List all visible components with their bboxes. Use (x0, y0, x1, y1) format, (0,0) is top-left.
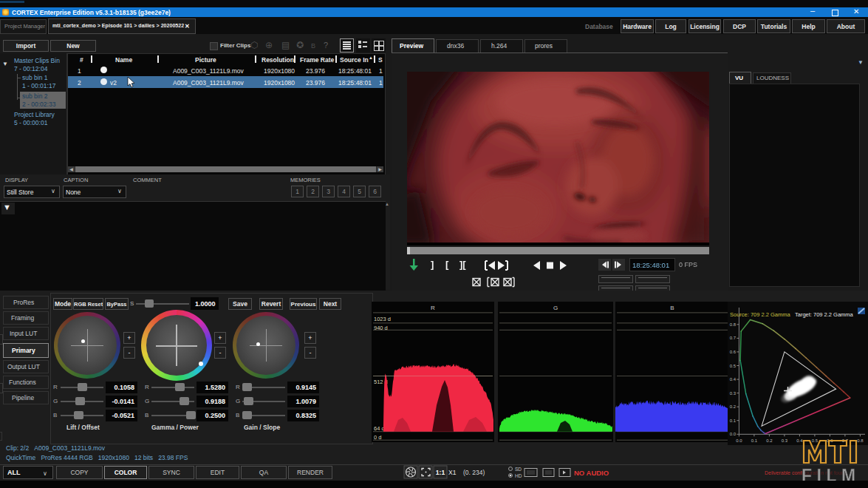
svg-text:0.0: 0.0 (730, 432, 737, 436)
svg-text:G: G (553, 305, 558, 311)
svg-text:0.5: 0.5 (730, 364, 737, 368)
svg-text:1023 d: 1023 d (374, 316, 391, 322)
svg-text:0.3: 0.3 (730, 391, 737, 396)
svg-text:0.0: 0.0 (736, 438, 742, 443)
svg-text:B: B (670, 305, 674, 311)
svg-text:0.7: 0.7 (730, 336, 737, 340)
svg-text:0.6: 0.6 (730, 350, 737, 354)
svg-text:X1: X1 (448, 469, 457, 476)
svg-text:Source: 709 2.2 Gamma: Source: 709 2.2 Gamma (730, 311, 791, 318)
svg-text:Target: 709 2.2 Gamma: Target: 709 2.2 Gamma (795, 311, 854, 318)
svg-text:940 d: 940 d (374, 325, 388, 331)
svg-text:R: R (431, 305, 435, 311)
svg-text:0.2: 0.2 (730, 404, 737, 409)
svg-text:0.1: 0.1 (751, 438, 758, 443)
svg-text:64 d: 64 d (374, 425, 385, 432)
svg-text:0.8: 0.8 (730, 322, 737, 327)
svg-text:0 d: 0 d (374, 434, 381, 441)
svg-text:(0. 234): (0. 234) (463, 469, 485, 476)
svg-text:1:1: 1:1 (436, 469, 445, 476)
svg-text:SD: SD (515, 467, 522, 472)
svg-text:HD: HD (515, 473, 522, 478)
svg-text:0.1: 0.1 (730, 418, 737, 423)
svg-text:NO AUDIO: NO AUDIO (574, 469, 609, 477)
svg-text:0.4: 0.4 (730, 377, 737, 382)
